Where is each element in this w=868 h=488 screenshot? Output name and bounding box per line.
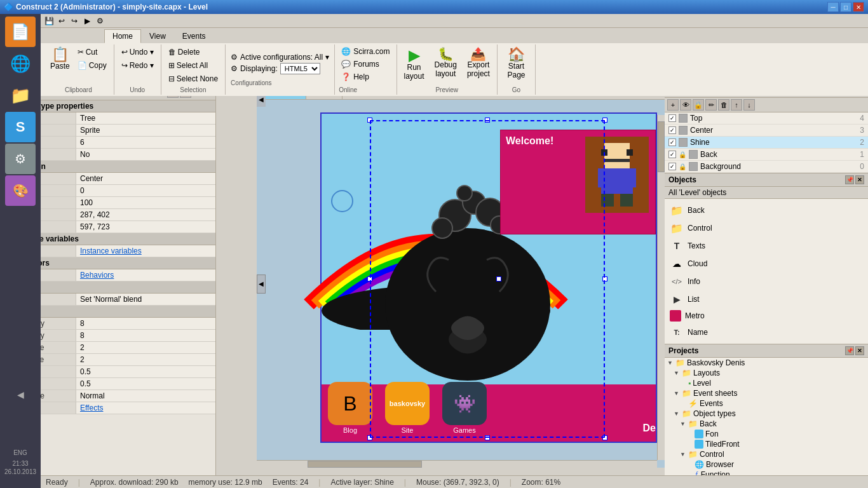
config-html5-select[interactable]: HTML5 xyxy=(280,63,320,74)
redo-button[interactable]: ↪ Redo ▾ xyxy=(118,59,157,72)
handle-tr[interactable] xyxy=(602,118,607,123)
undo-button[interactable]: ↩ Undo ▾ xyxy=(118,46,157,58)
layers-edit-btn[interactable]: ✏ xyxy=(705,99,717,111)
run-layout-button[interactable]: ▶ Runlayout xyxy=(401,46,428,83)
handle-mc[interactable] xyxy=(496,276,501,281)
select-none-button[interactable]: ⊟ Select None xyxy=(165,72,221,85)
qat-redo[interactable]: ↪ xyxy=(69,15,80,27)
canvas-left-nav[interactable]: ◀ xyxy=(257,274,266,294)
canvas-hscrollbar-thumb[interactable] xyxy=(308,461,422,468)
debug-icon: 🐛 xyxy=(438,48,454,60)
layer-cb-shine[interactable] xyxy=(668,139,676,146)
prop-behaviors-add-link[interactable]: Behaviors xyxy=(76,269,215,281)
select-all-button[interactable]: ⊞ Select All xyxy=(165,59,221,72)
projects-close-btn[interactable]: ✕ xyxy=(855,346,864,355)
tree-event-sheets[interactable]: ▼ 📁 Event sheets xyxy=(665,388,868,398)
qat-settings[interactable]: ⚙ xyxy=(94,15,105,27)
prop-instance-add-link[interactable]: Instance variables xyxy=(76,245,215,257)
projects-pin-btn[interactable]: 📌 xyxy=(845,346,854,355)
objects-close-btn[interactable]: ✕ xyxy=(855,175,864,184)
handle-tl[interactable] xyxy=(367,118,372,123)
export-project-button[interactable]: 📤 Exportproject xyxy=(464,46,493,80)
layer-cb-background[interactable] xyxy=(668,163,676,170)
tree-layouts[interactable]: ▼ 📁 Layouts xyxy=(665,368,868,378)
tree-control-folder[interactable]: ▼ 📁 Control xyxy=(665,449,868,459)
tree-events-icon: 📁 xyxy=(682,389,691,398)
canvas-vscrollbar[interactable] xyxy=(657,115,665,460)
sidebar-icon-web[interactable]: 🌐 xyxy=(5,48,36,79)
obj-texts[interactable]: T Texts xyxy=(667,237,865,255)
layer-row-shine[interactable]: Shine 2 xyxy=(665,137,868,149)
tree-level[interactable]: ▪ Level xyxy=(665,378,868,388)
start-page-button[interactable]: 🏠 StartPage xyxy=(503,46,529,81)
close-button[interactable]: ✕ xyxy=(853,2,864,12)
debug-layout-button[interactable]: 🐛 Debuglayout xyxy=(431,46,460,80)
tree-baskovsky-denis[interactable]: ▼ 📁 Baskovsky Denis xyxy=(665,358,868,368)
tree-events-item[interactable]: ⚡ Events xyxy=(665,398,868,409)
layers-eye-btn[interactable]: 👁 xyxy=(680,99,691,111)
help-button[interactable]: ❓ Help xyxy=(339,71,372,83)
qat-play[interactable]: ▶ xyxy=(81,15,93,27)
obj-info[interactable]: </> Info xyxy=(667,273,865,290)
tree-tiledfront[interactable]: TiledFront xyxy=(665,439,868,449)
copy-button[interactable]: 📄 Copy xyxy=(74,59,110,72)
handle-br[interactable] xyxy=(602,435,607,440)
restore-button[interactable]: □ xyxy=(840,2,851,12)
obj-list[interactable]: ▶ List xyxy=(667,290,865,308)
sidebar-expand-arrow[interactable]: ◀ xyxy=(5,379,36,410)
layer-cb-center[interactable] xyxy=(668,126,676,134)
paste-button[interactable]: 📋 Paste xyxy=(47,46,73,72)
sidebar-icon-s[interactable]: S xyxy=(5,112,36,142)
layer-row-background[interactable]: 🔒 Background 0 xyxy=(665,161,868,173)
tree-fon[interactable]: Fon xyxy=(665,429,868,439)
tab-home[interactable]: Home xyxy=(104,29,141,43)
obj-name[interactable]: T: Name xyxy=(667,323,865,341)
layers-down-btn[interactable]: ↓ xyxy=(743,99,755,111)
tree-back-folder[interactable]: ▼ 📁 Back xyxy=(665,419,868,429)
sidebar-icon-settings[interactable]: ⚙ xyxy=(5,144,36,174)
scirra-button[interactable]: 🌐 Scirra.com xyxy=(339,46,392,57)
layer-row-top[interactable]: Top 4 xyxy=(665,112,868,125)
blog-label: Blog xyxy=(343,426,357,434)
delete-button[interactable]: 🗑 Delete xyxy=(165,46,221,58)
layers-delete-btn[interactable]: 🗑 xyxy=(718,99,729,111)
sidebar-icon-paint[interactable]: 🎨 xyxy=(5,175,36,206)
canvas-hscrollbar[interactable] xyxy=(257,460,657,468)
canvas-vscrollbar-thumb[interactable] xyxy=(658,121,665,172)
tree-object-types[interactable]: ▼ 📁 Object types xyxy=(665,409,868,419)
layer-row-back[interactable]: 🔒 Back 1 xyxy=(665,149,868,161)
minimize-button[interactable]: ─ xyxy=(827,2,839,12)
handle-ml[interactable] xyxy=(367,276,372,281)
layer-row-center[interactable]: Center 3 xyxy=(665,125,868,137)
qat-undo[interactable]: ↩ xyxy=(56,15,67,27)
config-display-gear-icon: ⚙ xyxy=(231,64,238,73)
layer-cb-back[interactable] xyxy=(668,151,676,158)
layers-lock-btn[interactable]: 🔒 xyxy=(693,99,704,111)
handle-bc[interactable] xyxy=(485,435,490,440)
tab-view[interactable]: View xyxy=(141,29,174,43)
handle-bl[interactable] xyxy=(367,435,372,440)
obj-back[interactable]: 📁 Back xyxy=(667,201,865,219)
prop-effects-add-link[interactable]: Effects xyxy=(76,402,215,414)
title-bar-controls[interactable]: ─ □ ✕ xyxy=(827,2,864,12)
qat-save[interactable]: 💾 xyxy=(43,15,55,27)
config-display-row: ⚙ Displaying: HTML5 xyxy=(231,63,329,74)
forums-button[interactable]: 💬 Forums xyxy=(339,58,382,70)
handle-tc[interactable] xyxy=(485,118,490,123)
tree-control-folder-label: Control xyxy=(700,450,724,459)
handle-mr[interactable] xyxy=(602,276,607,281)
tree-browser[interactable]: 🌐 Browser xyxy=(665,459,868,470)
cut-button[interactable]: ✂ Cut xyxy=(74,46,110,58)
projects-panel: Projects 📌 ✕ ▼ 📁 Baskovsky Denis ▼ 📁 Lay… xyxy=(665,344,868,488)
layer-cb-top[interactable] xyxy=(668,114,676,122)
sidebar-icon-folder[interactable]: 📁 xyxy=(5,80,36,111)
obj-metro[interactable]: Metro xyxy=(667,308,865,323)
obj-back-name: Back xyxy=(688,206,705,215)
obj-control[interactable]: 📁 Control xyxy=(667,219,865,237)
layers-up-btn[interactable]: ↑ xyxy=(731,99,742,111)
objects-pin-btn[interactable]: 📌 xyxy=(845,175,854,184)
tab-events[interactable]: Events xyxy=(174,29,214,43)
sidebar-icon-file[interactable]: 📄 xyxy=(5,17,36,47)
layers-add-btn[interactable]: + xyxy=(667,99,679,111)
obj-cloud[interactable]: ☁ Cloud xyxy=(667,255,865,273)
